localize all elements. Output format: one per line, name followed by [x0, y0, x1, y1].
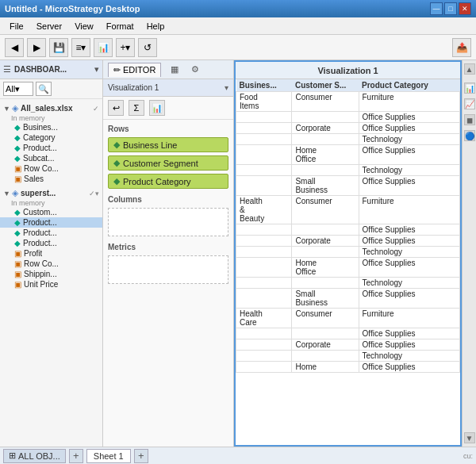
menu-bar: File Server View Format Help [0, 17, 476, 35]
field-subcat[interactable]: ◆ Subcat... [0, 153, 102, 163]
cell-product: Office Supplies [359, 145, 459, 165]
datasource-allsales: ▼ ◈ All_sales.xlsx ✓ In memory ◆ Busines… [0, 102, 102, 184]
table-row: Technology [236, 247, 460, 258]
datasource-check-icon: ✓ [89, 190, 95, 197]
status-right-text: cu: [463, 452, 473, 460]
field-business-line[interactable]: ◆ Business Line [108, 137, 228, 152]
gear-icon-btn[interactable]: ⚙ [188, 63, 202, 77]
editor-actions-bar: ↩ Σ 📊 [103, 97, 233, 120]
table-row: Small BusinessOffice Supplies [236, 289, 460, 309]
field-rowco1[interactable]: ▣ Row Co... [0, 163, 102, 174]
menu-help[interactable]: Help [140, 20, 171, 33]
field-product3[interactable]: ◆ Product... [0, 238, 102, 248]
all-objects-button[interactable]: ⊞ ALL OBJ... [3, 449, 66, 463]
cell-business [236, 236, 292, 247]
sheet-tab-1[interactable]: Sheet 1 [86, 449, 131, 463]
scroll-down-icon[interactable]: ▼ [464, 432, 475, 443]
cell-business [236, 258, 292, 278]
window-title: Untitled - MicroStrategy Desktop [5, 4, 140, 13]
viz-panel-header: Visualization 1 [236, 62, 460, 79]
field-sales[interactable]: ▣ Sales [0, 174, 102, 184]
cell-business [236, 134, 292, 145]
back-button[interactable]: ◀ [5, 38, 24, 57]
chart-mini-2[interactable]: 📈 [464, 98, 475, 109]
datasource-allsales-header[interactable]: ▼ ◈ All_sales.xlsx ✓ [0, 102, 102, 114]
maximize-button[interactable]: □ [444, 2, 457, 15]
filter-icon-btn[interactable]: ▦ [167, 63, 182, 77]
field-rowco2[interactable]: ▣ Row Co... [0, 259, 102, 269]
field-custom[interactable]: ◆ Custom... [0, 207, 102, 217]
table-row: Small BusinessOffice Supplies [236, 176, 460, 196]
field-customer-segment[interactable]: ◆ Customer Segment [108, 155, 228, 171]
datasource-dropdown-icon[interactable]: ▾ [95, 190, 99, 197]
field-business-line-label: Business Line [123, 140, 178, 150]
datasource-superst-header[interactable]: ▼ ◈ superst... ✓ ▾ [0, 187, 102, 199]
cell-customer: Consumer [292, 309, 359, 328]
field-product1[interactable]: ◆ Product... [0, 143, 102, 153]
minimize-button[interactable]: — [430, 2, 443, 15]
save-button[interactable]: 💾 [49, 38, 68, 57]
editor-tab[interactable]: ✏ EDITOR [108, 63, 161, 77]
columns-drop-area[interactable] [108, 208, 228, 236]
pill-diamond-icon: ◆ [113, 158, 120, 168]
visualization-panel: Visualization 1 Busines... Customer S...… [234, 60, 462, 447]
table-header-row: Busines... Customer S... Product Categor… [236, 79, 460, 92]
chart-mini-3[interactable]: ◼ [464, 114, 475, 125]
cell-product: Office Supplies [359, 289, 459, 309]
field-customer-segment-label: Customer Segment [123, 159, 198, 168]
export-button[interactable]: 📤 [452, 38, 471, 57]
field-profit[interactable]: ▣ Profit [0, 248, 102, 259]
sigma-button[interactable]: Σ [129, 100, 144, 116]
field-unitprice[interactable]: ▣ Unit Price [0, 279, 102, 290]
chart-button[interactable]: 📊 [94, 38, 113, 57]
cell-business [236, 289, 292, 309]
chart-mini-1[interactable]: 📊 [464, 82, 475, 94]
metrics-drop-area[interactable] [108, 255, 228, 284]
col-header-product: Product Category [359, 79, 459, 92]
cell-product: Technology [359, 165, 459, 176]
calc-icon: ▣ [14, 270, 21, 278]
table-row: Health CareConsumerFurniture [236, 309, 460, 328]
cell-business [236, 362, 292, 373]
forward-button[interactable]: ▶ [27, 38, 46, 57]
field-category[interactable]: ◆ Category [0, 132, 102, 143]
data-mini-icon[interactable]: 🔵 [464, 130, 475, 141]
cell-customer: Corporate [292, 123, 359, 134]
field-shippin[interactable]: ▣ Shippin... [0, 269, 102, 279]
field-product-selected[interactable]: ◆ Product... [0, 217, 102, 228]
panel-header-icon: ☰ [3, 64, 11, 75]
chart-type-button[interactable]: 📊 [149, 100, 165, 116]
editor-tab-label: EDITOR [123, 65, 155, 75]
field-product-category[interactable]: ◆ Product Category [108, 174, 228, 189]
menu-format[interactable]: Format [100, 20, 140, 33]
panel-title: DASHBOAR... [14, 65, 91, 74]
table-row: Technology [236, 134, 460, 145]
search-button[interactable]: 🔍 [36, 82, 52, 96]
pencil-icon: ✏ [113, 65, 121, 75]
add-button[interactable]: +▾ [116, 38, 135, 57]
menu-file[interactable]: File [3, 20, 30, 33]
viz-panel-title: Visualization 1 [317, 66, 378, 75]
field-busines[interactable]: ◆ Busines... [0, 122, 102, 132]
cell-product: Technology [359, 351, 459, 362]
add-sheet-button[interactable]: + [69, 449, 83, 463]
cell-business [236, 247, 292, 258]
undo-button[interactable]: ↩ [108, 100, 124, 116]
diamond-icon: ◆ [14, 154, 21, 163]
dataset-button[interactable]: ≡▾ [71, 38, 90, 57]
scroll-up-icon[interactable]: ▲ [464, 63, 475, 75]
field-product-category-label: Product Category [123, 177, 191, 186]
close-button[interactable]: ✕ [459, 2, 471, 15]
field-product2[interactable]: ◆ Product... [0, 228, 102, 238]
panel-header: ☰ DASHBOAR... ▾ [0, 60, 102, 79]
diamond-icon: ◆ [14, 218, 21, 227]
add-sheet-button-2[interactable]: + [134, 449, 148, 463]
menu-view[interactable]: View [68, 20, 100, 33]
viz-title-bar: Visualization 1 ▾ [103, 79, 233, 97]
menu-server[interactable]: Server [30, 20, 68, 33]
panel-dropdown-icon[interactable]: ▾ [94, 64, 99, 75]
search-filter-dropdown[interactable]: All ▾ [3, 82, 33, 96]
refresh-button[interactable]: ↺ [138, 38, 157, 57]
viz-dropdown-icon[interactable]: ▾ [225, 83, 228, 92]
table-row: Technology [236, 278, 460, 289]
